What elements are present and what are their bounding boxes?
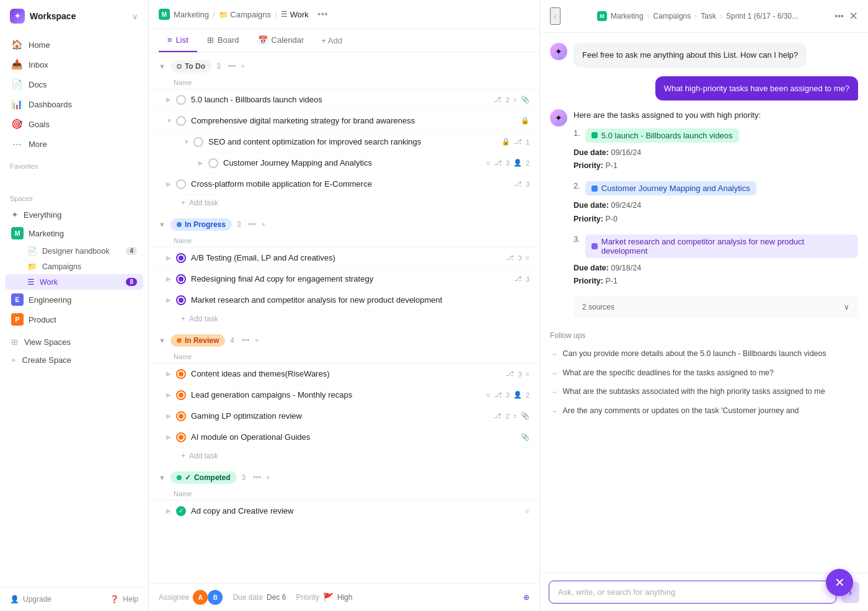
space-marketing[interactable]: M Marketing [5, 223, 143, 243]
task-row[interactable]: ▶ Lead generation campaigns - Monthly re… [149, 385, 539, 406]
view-all-spaces[interactable]: ⊞ View Spaces [5, 333, 143, 351]
task-toggle[interactable]: ▶ [166, 254, 172, 261]
header-more-btn[interactable]: ••• [317, 9, 328, 20]
followup-3[interactable]: → What are the subtasks associated with … [550, 383, 858, 402]
task-toggle[interactable]: ▶ [166, 413, 172, 419]
campaigns-label: Campaigns [42, 262, 81, 271]
inreview-add[interactable]: + [255, 336, 259, 345]
ai-close-btn[interactable]: ✕ [849, 9, 858, 23]
task-name: Customer Journey Mapping and Analytics [223, 158, 486, 167]
task-checkbox-progress[interactable] [176, 274, 186, 284]
task-row[interactable]: ▶ AI module on Operational Guides 📎 [149, 427, 539, 448]
task-toggle[interactable]: ▶ [166, 275, 172, 282]
task-row[interactable]: ▶ Content ideas and themes(RiseWares) ⎇3… [149, 363, 539, 385]
help-btn[interactable]: ❓ Help [110, 595, 138, 604]
sidebar-item-dashboards[interactable]: 📊 Dashboards [5, 94, 143, 114]
sidebar-item-designer-handbook[interactable]: 📄 Designer handbook 4 [5, 243, 143, 259]
tab-list[interactable]: ≡ List [159, 29, 197, 52]
task-meta: ⎇2 = 📎 [494, 96, 529, 104]
completed-add[interactable]: + [266, 473, 270, 482]
task-row[interactable]: ▶ ✓ Ad copy and Creative review = [149, 501, 539, 522]
task-row[interactable]: ▶ A/B Testing (Email, LP and Ad creative… [149, 248, 539, 269]
task-toggle[interactable]: ▶ [166, 434, 172, 440]
task-toggle[interactable]: ▶ [166, 96, 172, 103]
sources-row[interactable]: 2 sources ∨ [574, 297, 858, 318]
create-space[interactable]: + Create Space [5, 351, 143, 369]
space-engineering[interactable]: E Engineering [5, 290, 143, 310]
inreview-dots[interactable]: ••• [242, 336, 250, 345]
workspace-header[interactable]: ✦ Workspace ∨ [0, 0, 148, 32]
tab-board[interactable]: ⊞ Board [198, 29, 248, 52]
task-toggle[interactable]: ▶ [166, 370, 172, 377]
task-toggle[interactable]: ▶ [166, 297, 172, 303]
task-checkbox-progress[interactable] [176, 295, 186, 305]
inprogress-dots[interactable]: ••• [249, 220, 257, 229]
sidebar-item-inbox[interactable]: 📥 Inbox [5, 55, 143, 74]
main-content: M Marketing / 📁 Campaigns / ☰ Work ••• ≡… [149, 0, 539, 611]
followup-4[interactable]: → Are the any comments or updates on the… [550, 402, 858, 421]
add-task-todo[interactable]: + Add task [149, 195, 539, 211]
task-row[interactable]: ▼ Comprehensive digital marketing strate… [149, 110, 539, 132]
sidebar-item-more[interactable]: ⋯ More [5, 134, 143, 154]
designer-handbook-badge: 4 [126, 247, 137, 255]
task-toggle[interactable]: ▶ [166, 507, 172, 514]
task-checkbox-review[interactable] [176, 432, 186, 442]
sidebar-item-docs[interactable]: 📄 Docs [5, 74, 143, 94]
upgrade-btn[interactable]: 👤 Upgrade [10, 595, 51, 604]
sidebar-item-goals[interactable]: 🎯 Goals [5, 114, 143, 134]
sidebar-item-campaigns[interactable]: 📁 Campaigns [5, 259, 143, 274]
task-toggle[interactable]: ▼ [166, 117, 172, 124]
task-checkbox[interactable] [176, 116, 186, 126]
task-checkbox[interactable] [176, 179, 186, 189]
breadcrumb-work[interactable]: ☰ Work [281, 10, 309, 19]
followup-2[interactable]: → What are the specific deadlines for th… [550, 364, 858, 383]
task-checkbox[interactable] [208, 158, 218, 168]
add-task-inprogress[interactable]: + Add task [149, 311, 539, 327]
ai-text-input[interactable] [549, 581, 836, 604]
todo-add[interactable]: + [241, 62, 245, 71]
sidebar-item-work[interactable]: ☰ Work 8 [5, 274, 143, 290]
breadcrumb-marketing[interactable]: Marketing [174, 10, 209, 19]
tab-calendar[interactable]: 📅 Calendar [249, 29, 313, 52]
inprogress-add[interactable]: + [261, 220, 265, 229]
tab-add[interactable]: + Add [314, 30, 350, 51]
fab-close-button[interactable]: ✕ [826, 569, 853, 596]
task-row[interactable]: ▼ SEO and content optimization for impro… [149, 132, 539, 153]
task-checkbox-review[interactable] [176, 369, 186, 379]
task-checkbox-progress[interactable] [176, 253, 186, 263]
expand-btn[interactable]: ⊕ [523, 593, 529, 602]
task-toggle[interactable]: ▶ [166, 181, 172, 187]
followup-1[interactable]: → Can you provide more details about the… [550, 345, 858, 364]
task-checkbox-review[interactable] [176, 411, 186, 421]
add-task-inreview[interactable]: + Add task [149, 448, 539, 464]
work-badge: 8 [126, 278, 137, 286]
todo-dots[interactable]: ••• [228, 62, 236, 71]
inprogress-toggle[interactable]: ▼ [159, 221, 166, 228]
task-toggle[interactable]: ▶ [166, 391, 172, 398]
assignee-avatars: A B [193, 590, 223, 605]
sidebar-item-home[interactable]: 🏠 Home [5, 35, 143, 55]
ai-more-btn[interactable]: ••• [835, 11, 844, 21]
task-checkbox[interactable] [193, 137, 203, 147]
task-checkbox-review[interactable] [176, 390, 186, 400]
task-row[interactable]: ▶ Cross-platform mobile application for … [149, 174, 539, 195]
task-row[interactable]: ▶ Customer Journey Mapping and Analytics… [149, 153, 539, 174]
task-name: A/B Testing (Email, LP and Ad creatives) [191, 253, 506, 262]
task-toggle[interactable]: ▼ [184, 138, 190, 145]
space-product[interactable]: P Product [5, 310, 143, 329]
ai-breadcrumb: M Marketing › Campaigns › Task › Sprint … [597, 11, 798, 21]
task-row[interactable]: ▶ Gaming LP optimization review ⎇2 = 📎 [149, 406, 539, 427]
task-row[interactable]: ▶ Market research and competitor analysi… [149, 290, 539, 311]
space-everything[interactable]: ✦ Everything [5, 206, 143, 223]
task-row[interactable]: ▶ 5.0 launch - Billboards launch videos … [149, 89, 539, 110]
completed-toggle[interactable]: ▼ [159, 474, 166, 481]
task-checkbox-done[interactable]: ✓ [176, 506, 186, 516]
todo-toggle[interactable]: ▼ [159, 63, 166, 70]
task-checkbox[interactable] [176, 95, 186, 105]
task-row[interactable]: ▶ Redesigning final Ad copy for engageme… [149, 269, 539, 290]
task-toggle[interactable]: ▶ [198, 159, 205, 166]
inreview-toggle[interactable]: ▼ [159, 337, 166, 344]
ai-back-btn[interactable]: ‹ [550, 7, 560, 25]
breadcrumb-campaigns[interactable]: 📁 Campaigns [219, 10, 271, 19]
completed-dots[interactable]: ••• [253, 473, 261, 482]
